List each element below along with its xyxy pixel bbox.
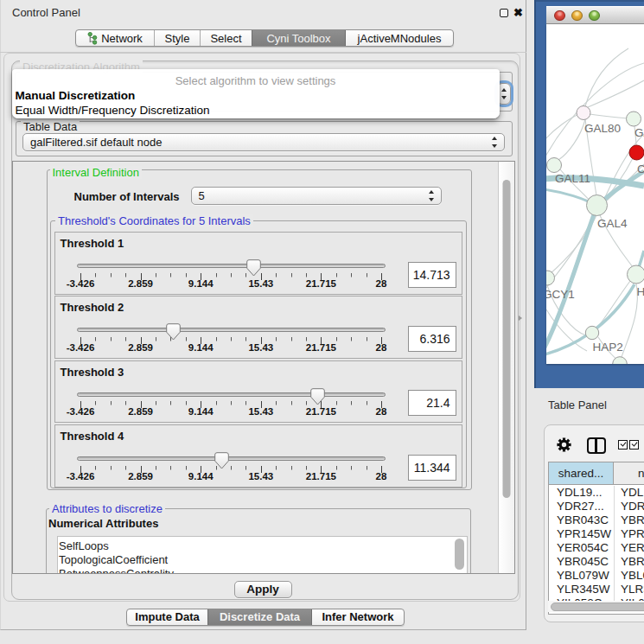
threshold-label: Threshold 2 <box>61 301 124 314</box>
network-node[interactable] <box>627 112 641 126</box>
table-row[interactable]: YER054CYER0 <box>549 541 644 555</box>
network-node[interactable] <box>547 158 562 173</box>
tab-cyni-toolbox[interactable]: Cyni Toolbox <box>252 30 345 46</box>
slider-thumb[interactable] <box>166 323 181 341</box>
threshold-value-field[interactable]: 21.4 <box>408 390 456 416</box>
network-node[interactable] <box>587 195 608 216</box>
control-panel-title: Control Panel <box>12 6 80 19</box>
numerical-attributes-label: Numerical Attributes <box>48 517 158 530</box>
zoom-traffic-light[interactable] <box>589 10 600 22</box>
tab-discretize-data[interactable]: Discretize Data <box>207 609 311 625</box>
tab-network-label: Network <box>101 32 143 45</box>
cyni-toolbox-panel: Discretization Algorithm Table Data galF… <box>3 53 520 602</box>
network-nodes <box>546 106 644 365</box>
minimize-traffic-light[interactable] <box>571 10 583 22</box>
tab-style-label: Style <box>165 32 190 45</box>
apply-button[interactable]: Apply <box>234 581 292 598</box>
network-node[interactable] <box>577 106 590 120</box>
threshold-value-field[interactable]: 14.713 <box>408 262 456 288</box>
tick-label: 28 <box>376 342 387 353</box>
horizontal-scrollbar-track[interactable] <box>548 601 644 612</box>
slider-ticks <box>80 273 383 280</box>
threshold-value-field[interactable]: 11.344 <box>408 455 456 481</box>
table-row[interactable]: YBR043CYBR0 <box>549 513 644 527</box>
slider-ticks <box>80 337 383 344</box>
vertical-scrollbar-track[interactable] <box>498 162 514 573</box>
control-panel-tabs: Network Style Select Cyni Toolbox jActiv… <box>75 29 454 47</box>
tab-network[interactable]: Network <box>76 30 154 46</box>
network-node-label: C <box>637 163 644 175</box>
list-scrollbar[interactable] <box>455 539 464 570</box>
slider-track[interactable] <box>77 456 386 461</box>
tab-infer-network[interactable]: Infer Network <box>311 609 404 625</box>
table-row[interactable]: YDR27...YDR2 <box>549 500 644 513</box>
tick-label: -3.426 <box>67 471 95 481</box>
tab-jactivemnodules-label: jActiveMNodules <box>358 32 442 45</box>
table-row[interactable]: YLR345WYLR3 <box>549 583 644 596</box>
network-node[interactable] <box>585 326 598 339</box>
columns-icon[interactable] <box>587 437 606 454</box>
network-node[interactable] <box>628 265 644 284</box>
tick-label: 15.43 <box>248 406 273 417</box>
thresholds-group-title: Threshold's Coordinates for 5 Intervals <box>55 214 253 227</box>
number-of-intervals-combobox[interactable]: 5 <box>191 187 442 205</box>
network-node[interactable] <box>546 271 555 285</box>
numerical-attributes-list[interactable]: SelfLoops TopologicalCoefficient Between… <box>57 536 468 574</box>
table-row[interactable]: YBR045CYBR0 <box>549 555 644 569</box>
table-row[interactable]: YPR145WYPR1 <box>549 527 644 541</box>
threshold-slider-box: Threshold 3 21.4 -3.4262.8599.14415.4321… <box>54 360 462 424</box>
tick-label: 28 <box>376 278 387 289</box>
table-row[interactable]: YBL079WYBL0 <box>549 569 644 583</box>
slider-track[interactable] <box>77 328 386 332</box>
table-row[interactable]: YDL19...YDL1 <box>549 486 644 500</box>
tab-select[interactable]: Select <box>200 30 252 46</box>
slider-thumb[interactable] <box>214 452 229 469</box>
combobox-stepper-icon <box>428 188 435 204</box>
gear-icon[interactable] <box>557 437 571 456</box>
split-divider-arrow[interactable] <box>519 316 522 321</box>
network-window-titlebar[interactable] <box>546 6 644 24</box>
slider-track[interactable] <box>77 392 386 397</box>
tick-label: 21.715 <box>306 471 336 481</box>
close-traffic-light[interactable] <box>554 10 565 22</box>
network-node-label: H <box>637 285 644 298</box>
network-node[interactable] <box>629 145 644 160</box>
close-icon[interactable]: ✖ <box>513 6 523 19</box>
popup-item-equal-width[interactable]: Equal Width/Frequency Discretization <box>16 104 210 117</box>
horizontal-scrollbar-thumb[interactable] <box>551 603 644 611</box>
threshold-slider-box: Threshold 4 11.344 -3.4262.8599.14415.43… <box>54 424 462 488</box>
tab-jactivemnodules[interactable]: jActiveMNodules <box>345 30 453 46</box>
network-node-label: GAL80 <box>584 122 621 135</box>
checkbox-icon[interactable] <box>618 440 628 450</box>
column-header-name[interactable]: n <box>615 462 644 484</box>
tick-label: 9.144 <box>188 278 214 289</box>
tick-label: 28 <box>376 406 387 417</box>
list-item[interactable]: BetweennessCentrality <box>58 567 467 574</box>
slider-track[interactable] <box>77 264 386 268</box>
column-header-shared-name[interactable]: shared... <box>549 462 614 484</box>
vertical-scrollbar-thumb[interactable] <box>503 180 511 498</box>
tab-select-label: Select <box>210 32 241 45</box>
list-item[interactable]: SelfLoops <box>58 539 467 553</box>
list-item[interactable]: TopologicalCoefficient <box>58 553 467 567</box>
tab-infer-network-label: Infer Network <box>322 610 393 623</box>
slider-thumb[interactable] <box>310 388 325 405</box>
tick-label: 9.144 <box>188 471 214 481</box>
popup-item-manual-discretization[interactable]: Manual Discretization <box>16 89 136 102</box>
network-canvas[interactable]: GAL80GACGAL11GAL4GCY1HHAP2 <box>546 24 644 364</box>
tab-style[interactable]: Style <box>154 30 200 46</box>
control-panel-window: Control Panel ✖ Network Style Select Cyn… <box>0 0 526 630</box>
checkbox-icon[interactable] <box>629 440 639 450</box>
slider-thumb[interactable] <box>246 259 261 277</box>
tab-impute-data[interactable]: Impute Data <box>127 609 207 625</box>
threshold-value-field[interactable]: 6.316 <box>408 326 456 352</box>
float-window-icon[interactable] <box>500 9 508 17</box>
table-panel: shared... n YDL19...YDL1 YDR27...YDR2 YB… <box>544 424 644 622</box>
slider-ticks <box>80 401 383 408</box>
tab-impute-data-label: Impute Data <box>135 610 199 623</box>
node-table: shared... n YDL19...YDL1 YDR27...YDR2 YB… <box>548 462 644 615</box>
tick-label: 28 <box>376 471 387 481</box>
table-body: YDL19...YDL1 YDR27...YDR2 YBR043CYBR0 YP… <box>549 486 644 610</box>
table-data-combobox[interactable]: galFiltered.sif default node <box>22 133 505 151</box>
popup-prompt[interactable]: Select algorithm to view settings <box>12 74 500 87</box>
